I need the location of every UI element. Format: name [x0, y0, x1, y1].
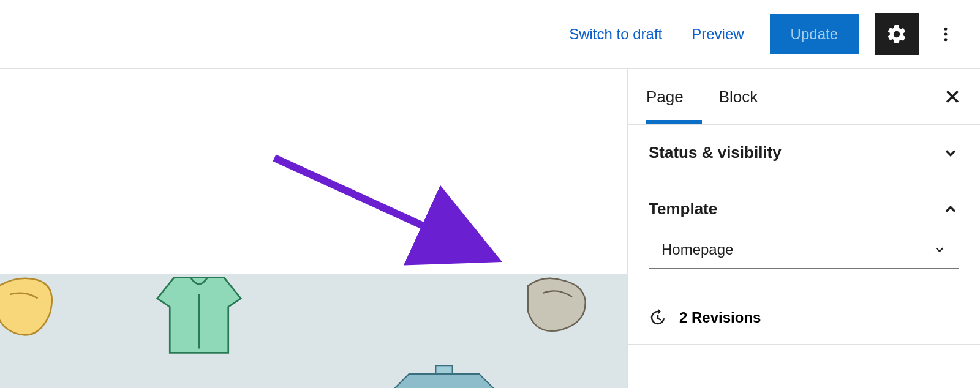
clothing-illustration-yellow: [0, 270, 74, 350]
gear-icon: [886, 23, 908, 45]
featured-image-strip: [0, 274, 627, 388]
template-select[interactable]: Homepage: [649, 231, 959, 269]
more-vertical-icon: [937, 25, 955, 43]
clothing-illustration-green: [147, 269, 251, 361]
panel-template[interactable]: Template: [628, 181, 980, 231]
svg-point-1: [944, 32, 948, 35]
editor-toolbar: Switch to draft Preview Update: [0, 0, 980, 69]
close-icon: [943, 88, 962, 106]
chevron-down-icon: [942, 144, 959, 162]
svg-line-5: [274, 158, 489, 256]
close-sidebar-button[interactable]: [943, 88, 962, 106]
switch-to-draft-link[interactable]: Switch to draft: [557, 18, 674, 50]
chevron-up-icon: [942, 201, 959, 218]
main-area: Page Block Status & visibility Template …: [0, 69, 980, 388]
panel-status-visibility[interactable]: Status & visibility: [628, 125, 980, 181]
chevron-down-icon: [933, 243, 946, 256]
settings-button[interactable]: [875, 13, 919, 55]
tab-block[interactable]: Block: [719, 69, 777, 124]
tab-page[interactable]: Page: [646, 69, 702, 124]
clothing-illustration-grey: [521, 270, 594, 338]
preview-link[interactable]: Preview: [679, 18, 756, 50]
svg-point-0: [944, 27, 948, 30]
revisions-label: 2 Revisions: [679, 309, 761, 326]
editor-canvas[interactable]: [0, 69, 627, 388]
annotation-arrow: [268, 152, 513, 268]
sidebar-tabs: Page Block: [628, 69, 980, 125]
svg-point-2: [944, 38, 948, 41]
update-button[interactable]: Update: [770, 14, 859, 54]
panel-title-status: Status & visibility: [649, 143, 782, 162]
panel-title-template: Template: [649, 200, 717, 218]
history-icon: [649, 308, 667, 327]
more-options-button[interactable]: [933, 13, 958, 55]
template-select-value: Homepage: [662, 241, 733, 258]
revisions-row[interactable]: 2 Revisions: [628, 291, 980, 345]
clothing-illustration-blue: [386, 360, 502, 388]
panel-template-body: Homepage: [628, 231, 980, 291]
settings-sidebar: Page Block Status & visibility Template …: [627, 69, 980, 388]
svg-rect-4: [435, 365, 452, 374]
